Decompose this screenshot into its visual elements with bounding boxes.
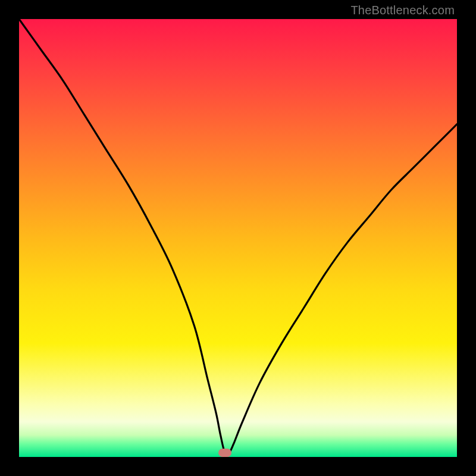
optimal-marker <box>218 449 231 457</box>
bottleneck-curve <box>19 19 457 457</box>
watermark-text: TheBottleneck.com <box>350 4 455 17</box>
chart-frame: TheBottleneck.com <box>0 0 476 476</box>
plot-area <box>19 19 457 457</box>
